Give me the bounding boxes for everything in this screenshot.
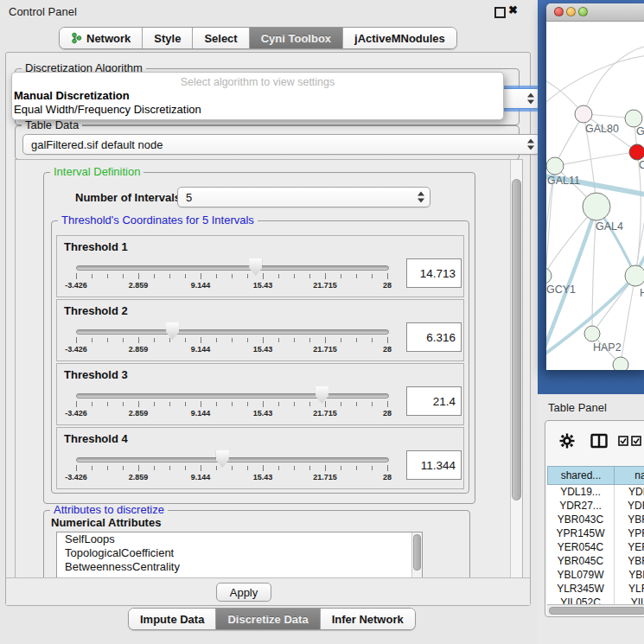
threshold-slider-thumb[interactable]	[166, 322, 179, 340]
table-row[interactable]: YBR043CYBR0	[547, 513, 644, 526]
slider-tick-label: 9.144	[191, 409, 211, 418]
list-scrollbar[interactable]	[411, 532, 422, 580]
slider-tick	[92, 274, 92, 278]
attribute-list-item[interactable]: TopologicalCoefficient	[57, 546, 422, 560]
float-panel-icon[interactable]	[494, 7, 506, 18]
slider-tick	[372, 402, 373, 406]
threshold-row: Threshold 1-3.4262.8599.14415.4321.71528…	[56, 235, 464, 297]
slider-tick-label: 28	[383, 409, 392, 418]
tab-discretize-data[interactable]: Discretize Data	[216, 609, 320, 629]
dropdown-option-equal-width-frequency[interactable]: Equal Width/Frequency Discretization	[14, 103, 201, 116]
close-window-icon[interactable]	[554, 7, 564, 16]
tab-network[interactable]: Network	[60, 28, 143, 48]
tab-select[interactable]: Select	[193, 28, 249, 48]
slider-tick	[169, 338, 170, 342]
threshold-slider-track[interactable]	[76, 265, 389, 271]
split-columns-icon[interactable]	[590, 433, 608, 449]
slider-tick	[216, 338, 217, 342]
threshold-slider-track[interactable]	[76, 329, 389, 335]
table-row[interactable]: YIL052CYIL0	[547, 596, 644, 604]
slider-tick	[263, 337, 264, 343]
threshold-slider-thumb[interactable]	[249, 258, 262, 276]
minimize-window-icon[interactable]	[566, 7, 576, 16]
close-panel-icon[interactable]: ✖	[508, 4, 518, 16]
network-node[interactable]	[629, 144, 644, 160]
network-node-label: HAP2	[593, 341, 622, 354]
slider-tick	[294, 466, 295, 470]
list-scrollbar-thumb[interactable]	[413, 534, 421, 571]
table-row[interactable]: YBR045CYBR0	[547, 554, 644, 568]
slider-tick-label: 28	[383, 345, 392, 354]
table-row[interactable]: YPR145WYPR1	[547, 526, 644, 540]
tab-impute-data[interactable]: Impute Data	[129, 609, 216, 629]
slider-tick	[123, 402, 124, 406]
network-node[interactable]	[546, 157, 564, 175]
combo-arrows-icon	[527, 93, 534, 105]
threshold-label: Threshold 1	[64, 240, 128, 253]
network-node[interactable]	[584, 326, 600, 341]
column-header-name[interactable]: na	[614, 466, 644, 485]
network-node-label: G	[636, 125, 644, 137]
tab-cyni-toolbox[interactable]: Cyni Toolbox	[250, 28, 343, 48]
slider-tick	[201, 465, 201, 471]
network-node[interactable]	[625, 265, 644, 286]
table-data-combobox[interactable]: galFiltered.sif default node	[22, 134, 540, 155]
attribute-list-item[interactable]: SelfLoops	[57, 532, 422, 546]
cell-shared-name: YBR043C	[547, 513, 615, 526]
network-node[interactable]	[575, 105, 592, 123]
tab-infer-network[interactable]: Infer Network	[321, 609, 415, 629]
table-horizontal-scrollbar[interactable]	[547, 604, 644, 615]
cell-shared-name: YER054C	[547, 540, 615, 554]
slider-tick	[325, 273, 326, 279]
apply-button[interactable]: Apply	[216, 583, 271, 602]
slider-tick	[294, 274, 295, 278]
threshold-slider-thumb[interactable]	[216, 450, 229, 468]
network-node[interactable]	[613, 357, 628, 370]
settings-gear-icon[interactable]	[559, 433, 575, 449]
network-canvas[interactable]: GAL80GCGAL11GAL4GCY1HHAP2	[546, 22, 644, 370]
table-row[interactable]: YDR27...YDR2	[547, 499, 644, 513]
tab-jactivemnodules[interactable]: jActiveMNodules	[343, 28, 456, 48]
threshold-slider-track[interactable]	[76, 393, 389, 399]
cell-shared-name: YDR27...	[547, 499, 615, 513]
threshold-slider-track[interactable]	[76, 457, 389, 462]
table-row[interactable]: YLR345WYLR3	[547, 582, 644, 596]
network-node[interactable]	[583, 193, 610, 220]
network-node[interactable]	[546, 268, 552, 284]
table-row[interactable]: YDL19...YDL1	[547, 485, 644, 499]
select-columns-checkboxes-icon[interactable]	[618, 436, 642, 446]
threshold-value-field[interactable]: 14.713	[406, 258, 462, 288]
threshold-value-field[interactable]: 21.4	[406, 386, 462, 416]
column-header-shared-name[interactable]: shared...	[547, 466, 614, 485]
zoom-window-icon[interactable]	[578, 7, 588, 16]
slider-tick-label: 21.715	[313, 345, 337, 354]
slider-tick	[263, 465, 264, 471]
cell-shared-name: YIL052C	[547, 596, 615, 604]
table-row[interactable]: YBL079WYBL0	[547, 568, 644, 582]
attribute-list-item[interactable]: BetweennessCentrality	[57, 560, 422, 574]
panel-scrollbar[interactable]	[510, 160, 522, 579]
number-of-intervals-combobox[interactable]: 5	[177, 187, 430, 207]
slider-tick	[76, 465, 77, 471]
slider-tick	[107, 338, 108, 342]
slider-tick	[138, 337, 139, 343]
panel-scrollbar-thumb[interactable]	[512, 179, 521, 501]
threshold-value-field[interactable]: 11.344	[406, 450, 462, 480]
tab-network-label: Network	[86, 32, 131, 45]
table-panel: Table Panel	[538, 394, 644, 644]
network-node[interactable]	[625, 110, 642, 127]
interval-definition-group: Interval Definition Number of Intervals …	[43, 172, 475, 504]
slider-tick	[123, 338, 124, 342]
threshold-slider-thumb[interactable]	[316, 386, 328, 404]
slider-tick-label: -3.426	[65, 409, 87, 418]
table-hscrollbar-thumb[interactable]	[549, 607, 644, 615]
table-row[interactable]: YER054CYER0	[547, 540, 644, 554]
slider-tick	[387, 401, 388, 407]
tab-style[interactable]: Style	[143, 28, 193, 48]
dropdown-option-manual-discretization[interactable]: Manual Discretization	[14, 89, 130, 102]
slider-tick	[185, 466, 186, 470]
threshold-value-field[interactable]: 6.316	[406, 322, 462, 352]
slider-tick	[107, 274, 108, 278]
slider-tick	[278, 274, 279, 278]
table-panel-title: Table Panel	[548, 401, 607, 414]
